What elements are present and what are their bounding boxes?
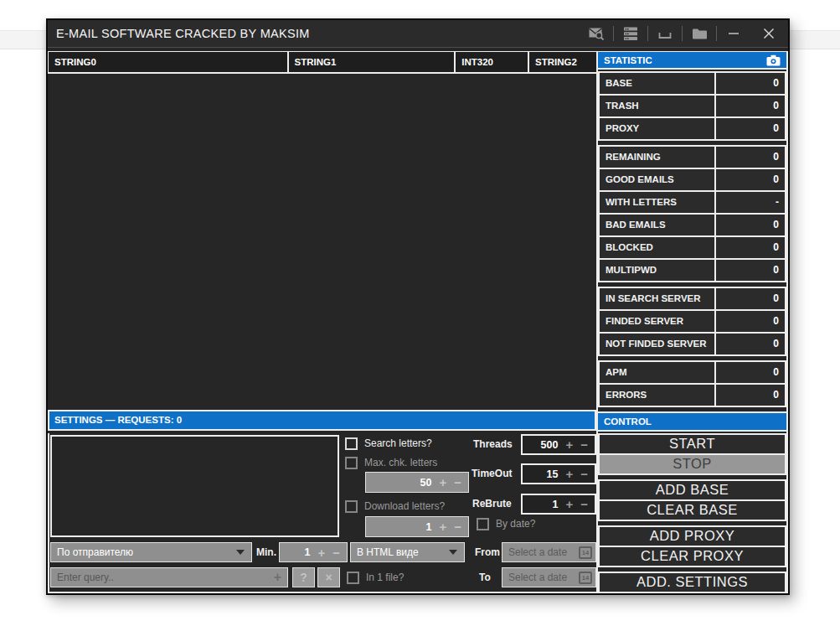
stat-value: 0 [716,169,785,190]
stat-label: BAD EMAILS [600,215,714,235]
checkbox-box[interactable] [345,437,358,450]
increment-icon[interactable]: + [565,498,573,510]
titlebar-separator [613,26,614,41]
tray-icon[interactable] [656,25,674,42]
stat-value: 0 [716,237,785,258]
timeout-stepper[interactable]: 15 + − [521,463,596,484]
clear-proxy-button[interactable]: CLEAR PROXY [600,547,785,566]
stat-row: IN SEARCH SERVER0 [600,288,785,309]
checkbox-label: Download letters? [364,500,445,512]
stat-value: 0 [716,311,785,332]
close-icon[interactable] [760,25,778,42]
stepper-value[interactable]: 1 [523,499,558,510]
min-stepper[interactable]: 1 + − [279,542,348,562]
stop-button[interactable]: STOP [600,455,785,473]
stepper-value[interactable]: 1 [280,546,310,558]
increment-icon[interactable]: + [439,476,446,489]
checkbox-label: By date? [496,518,535,530]
in-one-file-checkbox[interactable]: In 1 file? [347,571,404,584]
max-chk-letters-checkbox[interactable]: Max. chk. letters [345,456,437,469]
stat-row: BASE0 [600,73,785,94]
decrement-icon[interactable]: − [454,520,461,533]
minimize-icon[interactable] [724,25,743,42]
checkbox-label: Search letters? [364,437,432,449]
column-header-string1[interactable]: STRING1 [289,52,456,74]
stat-value: 0 [716,73,785,94]
checkbox-label: Max. chk. letters [364,457,437,468]
folder-icon[interactable] [690,25,709,42]
by-date-checkbox[interactable]: By date? [477,517,535,530]
checkbox-box[interactable] [345,457,358,469]
control-group-settings: ADD. SETTINGS [598,572,786,593]
desktop-background: E-MAIL SOFTWARE CRACKED BY MAKSIM [0,0,840,626]
to-date-picker[interactable]: Select a date 14 [502,567,596,587]
add-query-icon[interactable]: + [274,571,281,584]
add-proxy-button[interactable]: ADD PROXY [600,527,785,546]
results-list[interactable] [48,75,596,410]
statistic-title: STATISTIC [604,55,766,65]
threads-label: Threads [473,438,513,450]
stat-row: TRASH0 [600,96,785,116]
checkbox-box[interactable] [345,500,358,513]
search-letters-checkbox[interactable]: Search letters? [345,437,432,450]
decrement-icon[interactable]: − [580,468,588,480]
max-letters-stepper[interactable]: 50 + − [365,472,469,493]
download-letters-checkbox[interactable]: Download letters? [345,499,445,513]
decrement-icon[interactable]: − [580,438,588,451]
rebrute-label: ReBrute [472,498,512,510]
dropdown-value: В HTML виде [351,546,449,558]
rebrute-stepper[interactable]: 1 + − [521,494,596,515]
increment-icon[interactable]: + [565,468,573,480]
stat-value: 0 [716,96,785,116]
checkbox-box[interactable] [477,518,489,530]
stat-label: MULTIPWD [600,260,714,281]
chevron-down-icon [236,550,245,555]
query-input[interactable]: Enter query.. + [50,567,288,587]
query-clear-button[interactable]: × [317,567,340,587]
clear-base-button[interactable]: CLEAR BASE [600,501,785,520]
stepper-value[interactable]: 1 [366,521,431,533]
stat-group-emails: REMAINING0 GOOD EMAILS0 WITH LETTERS- BA… [598,145,786,282]
sender-dropdown[interactable]: По отправителю [50,542,252,562]
stat-label: REMAINING [600,147,714,168]
query-help-button[interactable]: ? [292,567,315,587]
threads-stepper[interactable]: 500 + − [521,434,596,455]
stepper-value[interactable]: 15 [523,468,558,480]
mail-search-icon[interactable] [587,25,606,42]
statistic-panel: STATISTIC BASE0 TRASH0 PROXY0 REMAINING0… [596,51,788,593]
stat-value: 0 [716,260,785,281]
column-header-string0[interactable]: STRING0 [49,52,289,74]
stat-row: ERRORS0 [600,385,785,406]
column-header-string2[interactable]: STRING2 [529,52,596,74]
from-date-picker[interactable]: Select a date 14 [502,542,596,562]
download-count-stepper[interactable]: 1 + − [365,516,469,537]
stat-label: GOOD EMAILS [600,169,714,190]
camera-icon[interactable] [766,54,781,66]
dropdown-value: По отправителю [51,546,236,558]
column-header-int320[interactable]: INT320 [456,52,529,74]
decrement-icon[interactable]: − [454,476,461,489]
format-dropdown[interactable]: В HTML виде [350,542,465,562]
increment-icon[interactable]: + [565,438,573,451]
control-group-run: START STOP [598,433,786,475]
stepper-value[interactable]: 50 [366,477,431,489]
stat-row: GOOD EMAILS0 [600,169,785,190]
stat-label: BLOCKED [600,237,714,258]
start-button[interactable]: START [600,435,785,453]
add-settings-button[interactable]: ADD. SETTINGS [600,573,785,592]
stat-label: PROXY [600,118,714,139]
decrement-icon[interactable]: − [580,498,588,510]
stat-label: IN SEARCH SERVER [600,288,714,309]
titlebar[interactable]: E-MAIL SOFTWARE CRACKED BY MAKSIM [48,20,788,48]
decrement-icon[interactable]: − [332,546,340,559]
checkbox-box[interactable] [347,572,359,584]
stat-group-misc: APM0 ERRORS0 [598,360,786,407]
stat-label: ERRORS [600,385,714,406]
stat-group-server: IN SEARCH SERVER0 FINDED SERVER0 NOT FIN… [598,287,786,356]
server-list-icon[interactable] [621,25,640,42]
increment-icon[interactable]: + [317,546,325,559]
settings-listbox[interactable] [50,435,339,537]
add-base-button[interactable]: ADD BASE [600,481,785,499]
stepper-value[interactable]: 500 [523,439,558,451]
increment-icon[interactable]: + [439,520,446,533]
